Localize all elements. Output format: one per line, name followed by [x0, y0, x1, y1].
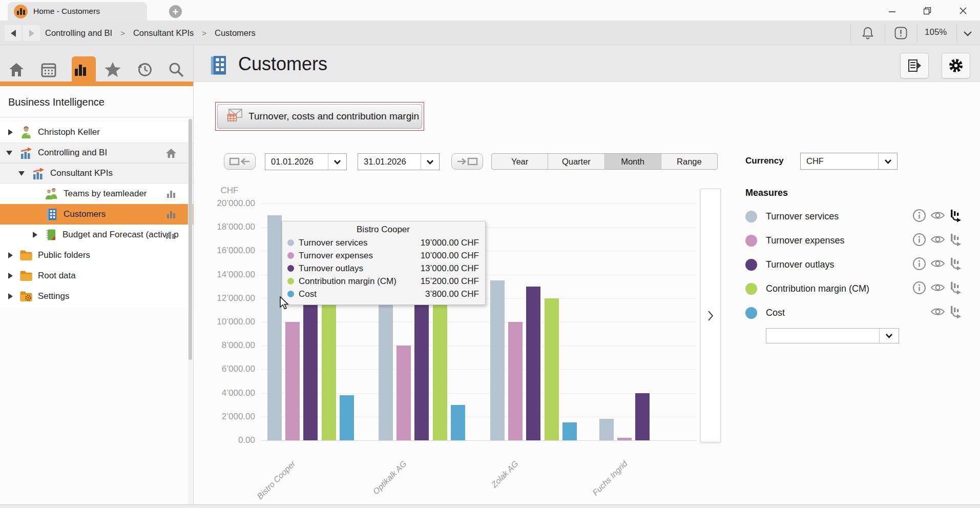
- bar-turnover-outlays[interactable]: [414, 300, 429, 440]
- bar-turnover-services[interactable]: [267, 215, 282, 440]
- bar-turnover-outlays[interactable]: [635, 393, 650, 440]
- series-color-dot: [287, 252, 294, 259]
- tooltip-row: Contribution margin (CM) 15’200.00 CHF: [287, 275, 479, 288]
- tooltip-title: Bistro Cooper: [287, 225, 479, 235]
- tooltip-row: Turnover services 19’000.00 CHF: [287, 236, 479, 249]
- mouse-cursor: [279, 296, 291, 313]
- y-axis-tick-label: 12’000.00: [199, 293, 255, 303]
- y-axis-tick-label: 18’000.00: [199, 222, 255, 232]
- gridline: [261, 204, 697, 204]
- bar-contribution-margin-cm-[interactable]: [433, 296, 447, 440]
- bar-turnover-outlays[interactable]: [526, 287, 540, 440]
- chart-area: 20’000.0018’000.0016’000.0014’000.0012’0…: [0, 0, 980, 508]
- bar-turnover-outlays[interactable]: [303, 287, 318, 440]
- x-axis-category-label: Zolak AG: [448, 459, 520, 508]
- bar-turnover-expenses[interactable]: [617, 438, 632, 440]
- series-color-dot: [287, 265, 294, 272]
- y-axis-tick-label: 8’000.00: [199, 340, 255, 351]
- y-axis-tick-label: 20’000.00: [199, 198, 255, 209]
- bar-turnover-expenses[interactable]: [508, 322, 523, 440]
- app-window: Home - Customers + Controlling and BI > …: [0, 0, 980, 508]
- bar-cost[interactable]: [451, 405, 465, 440]
- bar-turnover-services[interactable]: [490, 280, 505, 440]
- bar-cost[interactable]: [562, 422, 577, 440]
- y-axis-tick-label: 4’000.00: [199, 388, 255, 398]
- series-color-dot: [287, 239, 294, 246]
- bar-turnover-services[interactable]: [379, 298, 393, 440]
- y-axis-tick-label: 0.00: [199, 435, 255, 445]
- bar-turnover-expenses[interactable]: [285, 322, 300, 440]
- x-axis-category-label: Fuchs Ingrid: [557, 459, 629, 508]
- y-axis-tick-label: 14’000.00: [199, 270, 255, 280]
- tooltip-row: Turnover expenses 10’000.00 CHF: [287, 249, 479, 262]
- bar-turnover-expenses[interactable]: [397, 346, 411, 440]
- bar-cost[interactable]: [340, 395, 354, 440]
- x-axis-category-label: Bistro Cooper: [225, 459, 297, 508]
- bar-contribution-margin-cm-[interactable]: [545, 298, 559, 440]
- expand-panel-button[interactable]: [700, 189, 721, 442]
- series-color-dot: [287, 278, 294, 285]
- bar-turnover-services[interactable]: [599, 419, 614, 440]
- y-axis-tick-label: 10’000.00: [199, 317, 255, 327]
- chart-tooltip: Bistro Cooper Turnover services 19’000.0…: [282, 221, 486, 305]
- y-axis-tick-label: 2’000.00: [199, 412, 255, 422]
- y-axis-tick-label: 6’000.00: [199, 364, 255, 374]
- x-axis-category-label: Optikalk AG: [337, 459, 408, 508]
- gridline: [261, 440, 697, 441]
- tooltip-row: Cost 3’800.00 CHF: [287, 288, 479, 300]
- tooltip-row: Turnover outlays 13’000.00 CHF: [287, 262, 479, 275]
- y-axis-tick-label: 16’000.00: [199, 246, 255, 256]
